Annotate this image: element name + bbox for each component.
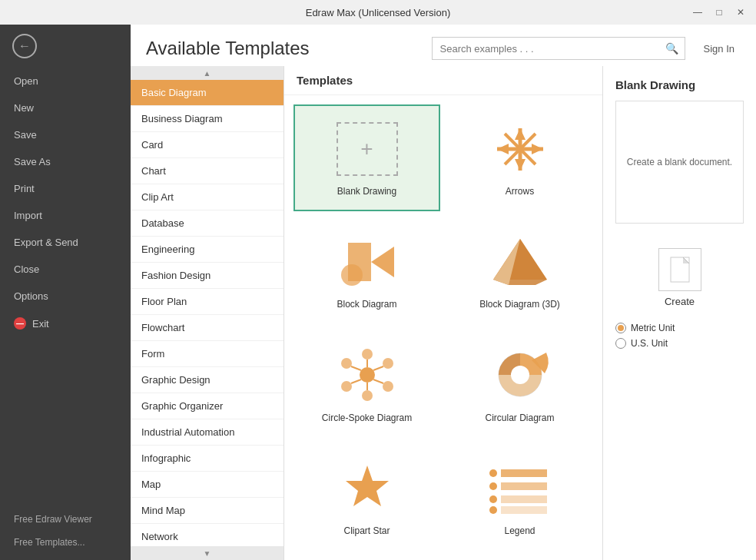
sidebar-item-close[interactable]: Close [0,256,131,283]
legend-icon [482,458,559,519]
template-circle-spoke[interactable]: Circle-Spoke Diagram [293,331,440,438]
svg-point-16 [383,358,393,369]
svg-line-22 [373,366,383,370]
sidebar-footer: Free Edraw Viewer Free Templates... [0,508,131,560]
metric-radio[interactable] [615,323,626,333]
template-blank-drawing-label: Blank Drawing [337,186,396,197]
back-icon: ← [12,34,37,58]
category-item-clip-art[interactable]: Clip Art [131,184,284,210]
right-panel-title: Blank Drawing [615,78,744,91]
create-icon-box[interactable] [658,248,701,291]
block-diagram-icon [329,231,406,293]
category-item-business-diagram[interactable]: Business Diagram [131,106,284,132]
sidebar-item-free-viewer[interactable]: Free Edraw Viewer [0,508,131,531]
create-label[interactable]: Create [665,296,695,307]
sidebar-item-free-templates[interactable]: Free Templates... [0,531,131,554]
svg-point-15 [362,349,373,360]
category-item-graphic-design[interactable]: Graphic Design [131,367,284,393]
minimize-button[interactable]: — [688,3,707,22]
category-item-basic-diagram[interactable]: Basic Diagram [131,80,284,106]
block-diagram-3d-icon [482,231,559,293]
svg-rect-31 [501,469,547,477]
exit-label: Exit [32,318,49,330]
category-item-infographic[interactable]: Infographic [131,446,284,472]
template-block-diagram[interactable]: Block Diagram [293,217,440,324]
category-item-chart[interactable]: Chart [131,158,284,184]
templates-panel: Templates + Blank Drawing [284,66,602,560]
window-controls: — □ ✕ [688,3,750,22]
template-legend-label: Legend [504,525,535,536]
window-title: Edraw Max (Unlicensed Version) [306,7,451,18]
template-star[interactable]: Clipart Star [293,444,440,551]
svg-marker-4 [497,144,509,154]
svg-marker-2 [515,128,526,140]
category-scroll-down[interactable]: ▼ [131,546,284,560]
exit-icon: — [14,317,26,330]
svg-point-10 [341,264,363,286]
search-button[interactable]: 🔍 [659,38,685,59]
template-arrows[interactable]: Arrows [446,104,593,211]
category-item-fashion-design[interactable]: Fashion Design [131,263,284,289]
sidebar-item-exit[interactable]: — Exit [0,310,131,337]
category-item-database[interactable]: Database [131,210,284,237]
blank-drawing-visual: + [337,122,398,176]
sidebar-item-save[interactable]: Save [0,121,131,148]
category-item-floor-plan[interactable]: Floor Plan [131,289,284,315]
sidebar-item-options[interactable]: Options [0,283,131,310]
template-arrows-label: Arrows [506,186,534,197]
us-radio[interactable] [615,338,626,349]
search-input[interactable] [433,38,659,59]
back-button[interactable]: ← [0,25,131,68]
sidebar-item-export-send[interactable]: Export & Send [0,229,131,256]
svg-marker-3 [515,159,526,171]
svg-line-23 [373,379,383,383]
category-item-card[interactable]: Card [131,132,284,158]
svg-point-14 [360,367,375,383]
svg-point-19 [341,381,352,392]
template-legend[interactable]: Legend [446,444,593,551]
svg-point-32 [489,482,497,490]
right-panel-desc: Create a blank document. [627,157,732,167]
svg-point-20 [341,358,352,369]
right-panel: Blank Drawing Create a blank document. C… [602,66,756,560]
arrows-icon [482,118,559,180]
category-scroll-up[interactable]: ▲ [131,66,284,80]
category-item-form[interactable]: Form [131,341,284,367]
right-panel-preview: Create a blank document. [615,101,744,224]
maximize-button[interactable]: □ [710,3,728,22]
svg-point-28 [511,366,529,384]
sidebar-item-new[interactable]: New [0,94,131,121]
us-unit-option[interactable]: U.S. Unit [615,338,744,349]
metric-unit-option[interactable]: Metric Unit [615,323,744,333]
category-item-engineering[interactable]: Engineering [131,237,284,263]
main-content: Available Templates 🔍 Sign In ▲ Basic Di… [131,25,756,560]
close-button[interactable]: ✕ [731,3,750,22]
svg-rect-35 [501,495,547,503]
svg-line-25 [351,379,361,383]
circular-diagram-icon [482,345,559,406]
page-title: Available Templates [146,38,310,59]
category-item-mind-map[interactable]: Mind Map [131,498,284,524]
template-block-diagram-3d[interactable]: Block Diagram (3D) [446,217,593,324]
sidebar-item-save-as[interactable]: Save As [0,148,131,175]
templates-header: Templates [284,66,602,95]
category-item-graphic-organizer[interactable]: Graphic Organizer [131,393,284,419]
sidebar-item-import[interactable]: Import [0,202,131,229]
sidebar-nav: Open New Save Save As Print Import Expor… [0,68,131,337]
category-item-map[interactable]: Map [131,472,284,498]
template-circular-diagram-label: Circular Diagram [485,413,554,423]
svg-rect-37 [501,506,547,514]
sidebar-item-open[interactable]: Open [0,68,131,94]
signin-link[interactable]: Sign In [698,40,741,58]
category-panel: ▲ Basic Diagram Business Diagram Card Ch… [131,66,284,560]
sidebar-item-print[interactable]: Print [0,175,131,202]
svg-point-30 [489,469,497,477]
create-section: Create [615,248,744,307]
search-box: 🔍 [432,37,685,60]
template-circular-diagram[interactable]: Circular Diagram [446,331,593,438]
category-item-flowchart[interactable]: Flowchart [131,315,284,341]
svg-marker-5 [532,144,543,154]
sidebar: ← Open New Save Save As Print Import Exp… [0,25,131,560]
category-item-industrial-automation[interactable]: Industrial Automation [131,419,284,446]
template-blank-drawing[interactable]: + Blank Drawing [293,104,440,211]
